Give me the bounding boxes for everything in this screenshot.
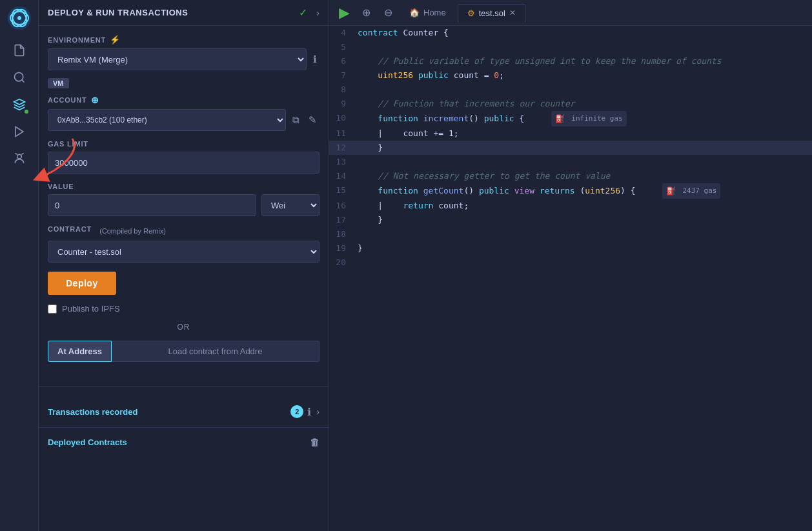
value-input[interactable] [48, 194, 256, 216]
env-info-icon: ⚡ [110, 35, 121, 45]
deploy-panel: DEPLOY & RUN TRANSACTIONS ✓ › ENVIRONMEN… [39, 0, 329, 531]
sidebar [0, 0, 39, 531]
env-row: Remix VM (Merge) ℹ [48, 48, 320, 70]
transactions-count-badge: 2 [290, 405, 303, 418]
code-line-16: 16 | return count; [329, 199, 812, 213]
code-line-7: 7 uint256 public count = 0; [329, 68, 812, 83]
account-add-icon: ⊕ [91, 95, 99, 105]
svg-line-10 [15, 154, 17, 155]
env-label: ENVIRONMENT ⚡ [48, 35, 320, 45]
app-logo [6, 5, 32, 31]
code-line-13: 13 [329, 155, 812, 169]
svg-point-9 [17, 154, 21, 159]
trash-icon[interactable]: 🗑 [310, 437, 320, 448]
code-table: 4 contract Counter { 5 6 // Public varia… [329, 26, 812, 270]
run-button[interactable]: ▶ [334, 3, 354, 23]
code-line-8: 8 [329, 83, 812, 97]
editor-area: ▶ ⊕ ⊖ 🏠 Home ⚙ test.sol ✕ 4 contract Cou… [329, 0, 812, 531]
environment-select[interactable]: Remix VM (Merge) [48, 48, 307, 70]
code-line-19: 19 } [329, 241, 812, 255]
address-row: At Address Load contract from Addre [48, 341, 320, 362]
svg-line-6 [21, 80, 24, 83]
sidebar-item-deploy[interactable] [8, 120, 31, 143]
publish-checkbox[interactable] [48, 305, 57, 314]
svg-marker-7 [14, 99, 25, 105]
unit-select[interactable]: Wei Gwei Finney Ether [261, 194, 320, 216]
code-line-15: 15 function getCount() public view retur… [329, 183, 812, 199]
svg-line-11 [21, 154, 23, 155]
tab-home[interactable]: 🏠 Home [400, 4, 455, 21]
gas-2437-badge: ⛽ 2437 gas [662, 183, 721, 199]
account-row: 0xAb8...35cb2 (100 ether) ⧉ ✎ [48, 109, 320, 131]
code-editor[interactable]: 4 contract Counter { 5 6 // Public varia… [329, 26, 812, 531]
tab-home-label: Home [423, 8, 446, 17]
line-content: contract Counter { [355, 26, 812, 40]
code-line-14: 14 // Not necessary getter to get the co… [329, 169, 812, 183]
code-line-10: 10 function increment() public { ⛽ infin… [329, 111, 812, 126]
account-select[interactable]: 0xAb8...35cb2 (100 ether) [48, 109, 286, 131]
code-line-18: 18 [329, 227, 812, 241]
sidebar-item-solidity[interactable] [8, 93, 31, 116]
sol-file-icon: ⚙ [467, 8, 475, 18]
transactions-info-icon[interactable]: ℹ [307, 406, 311, 418]
value-row: Wei Gwei Finney Ether [48, 194, 320, 216]
deployed-contracts-label: Deployed Contracts [48, 437, 127, 447]
sidebar-item-files[interactable] [8, 39, 31, 62]
sidebar-item-debug[interactable] [8, 147, 31, 170]
copy-address-button[interactable]: ⧉ [290, 112, 302, 128]
or-divider: OR [48, 323, 320, 332]
gas-limit-input[interactable] [48, 152, 320, 174]
contract-select[interactable]: Counter - test.sol [48, 241, 320, 263]
code-line-12: 12 } [329, 141, 812, 155]
editor-tabs-bar: ▶ ⊕ ⊖ 🏠 Home ⚙ test.sol ✕ [329, 0, 812, 26]
infinite-gas-badge: ⛽ infinite gas [551, 111, 627, 126]
zoom-out-icon[interactable]: ⊖ [378, 3, 398, 23]
at-address-button[interactable]: At Address [48, 341, 112, 362]
code-line-5: 5 [329, 40, 812, 54]
home-icon: 🏠 [409, 8, 420, 17]
panel-title: DEPLOY & RUN TRANSACTIONS [48, 8, 295, 17]
contract-label: CONTRACT [48, 225, 92, 233]
code-line-6: 6 // Public variable of type unsigned in… [329, 54, 812, 68]
deployed-contracts-section: Deployed Contracts 🗑 [39, 427, 329, 457]
publish-row: Publish to IPFS [48, 304, 320, 314]
publish-label: Publish to IPFS [62, 304, 120, 314]
edit-address-button[interactable]: ✎ [306, 112, 320, 128]
code-line-11: 11 | count += 1; [329, 126, 812, 141]
gas-label: GAS LIMIT [48, 140, 320, 148]
code-line-9: 9 // Function that increments our counte… [329, 97, 812, 111]
tab-test-sol-label: test.sol [479, 8, 505, 18]
panel-body: ENVIRONMENT ⚡ Remix VM (Merge) ℹ VM ACCO… [39, 26, 329, 384]
tab-test-sol[interactable]: ⚙ test.sol ✕ [458, 4, 525, 22]
svg-point-4 [17, 16, 21, 20]
svg-marker-8 [15, 127, 23, 137]
code-line-20: 20 [329, 255, 812, 270]
transactions-row[interactable]: Transactions recorded 2 ℹ › [39, 396, 329, 427]
load-contract-button[interactable]: Load contract from Addre [112, 341, 320, 362]
contract-sublabel: (Compiled by Remix) [99, 227, 166, 235]
sidebar-item-search[interactable] [8, 66, 31, 89]
panel-check-icon: ✓ [299, 6, 307, 19]
tab-close-icon[interactable]: ✕ [509, 8, 516, 17]
account-label: ACCOUNT ⊕ [48, 95, 320, 105]
zoom-in-icon[interactable]: ⊕ [356, 3, 376, 23]
panel-header: DEPLOY & RUN TRANSACTIONS ✓ › [39, 0, 329, 26]
code-line-4: 4 contract Counter { [329, 26, 812, 40]
code-line-17: 17 } [329, 213, 812, 227]
transactions-title: Transactions recorded [48, 407, 285, 417]
value-label: VALUE [48, 183, 320, 190]
vm-badge: VM [48, 78, 69, 88]
active-badge [23, 108, 30, 115]
svg-point-5 [14, 73, 23, 81]
deploy-button[interactable]: Deploy [48, 272, 116, 295]
env-info-button[interactable]: ℹ [310, 51, 320, 68]
line-number: 4 [329, 26, 355, 40]
transactions-expand-icon[interactable]: › [316, 406, 320, 417]
panel-divider [39, 386, 329, 387]
deployed-title-row: Deployed Contracts 🗑 [48, 437, 320, 448]
panel-expand-icon[interactable]: › [316, 8, 320, 18]
contract-label-row: CONTRACT (Compiled by Remix) [48, 225, 320, 237]
